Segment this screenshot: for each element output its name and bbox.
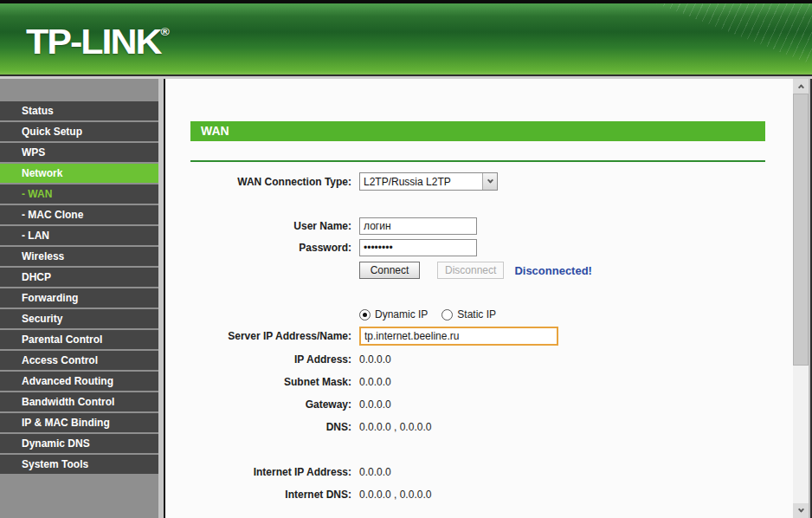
- user-name-label: User Name:: [190, 220, 359, 232]
- static-ip-radio[interactable]: [441, 309, 453, 321]
- gateway-value: 0.0.0.0: [359, 398, 391, 411]
- sidebar-item-system-tools[interactable]: System Tools: [0, 455, 158, 474]
- subnet-mask-label: Subnet Mask:: [190, 376, 359, 388]
- header: TP-LINK®: [0, 3, 812, 74]
- subnet-mask-value: 0.0.0.0: [359, 376, 391, 388]
- main-content: WAN WAN Connection Type: L2TP/Russia L2T…: [165, 79, 793, 518]
- dns-value: 0.0.0.0 , 0.0.0.0: [359, 421, 431, 433]
- sidebar-menu: Status Quick Setup WPS Network - WAN - M…: [0, 79, 158, 518]
- internet-dns-value: 0.0.0.0 , 0.0.0.0: [359, 489, 431, 501]
- ip-address-value: 0.0.0.0: [359, 353, 391, 366]
- user-name-input[interactable]: [359, 217, 477, 235]
- sidebar-item-parental-control[interactable]: Parental Control: [0, 330, 158, 349]
- sidebar-item-advanced-routing[interactable]: Advanced Routing: [0, 372, 158, 391]
- sidebar-item-lan[interactable]: - LAN: [0, 226, 158, 245]
- static-ip-label: Static IP: [457, 308, 496, 321]
- chevron-down-icon[interactable]: [482, 173, 497, 190]
- dynamic-ip-label: Dynamic IP: [375, 308, 428, 321]
- window-right-border: [809, 79, 812, 518]
- header-diagonal-lines-decoration: [596, 3, 812, 73]
- sidebar-item-wan[interactable]: - WAN: [0, 185, 158, 204]
- sidebar-item-forwarding[interactable]: Forwarding: [0, 288, 158, 308]
- sidebar-item-mac-clone[interactable]: - MAC Clone: [0, 205, 158, 224]
- sidebar-item-wps[interactable]: WPS: [0, 143, 158, 162]
- disconnect-button: Disconnect: [437, 262, 504, 279]
- page-title: WAN: [190, 121, 765, 141]
- scrollbar-track[interactable]: [793, 366, 809, 503]
- password-label: Password:: [190, 242, 359, 254]
- scrollbar-thumb[interactable]: [793, 94, 809, 366]
- sidebar-item-ip-mac-binding[interactable]: IP & MAC Binding: [0, 413, 158, 432]
- ip-address-label: IP Address:: [190, 353, 359, 366]
- static-ip-option[interactable]: Static IP: [441, 308, 496, 321]
- dynamic-ip-radio[interactable]: [359, 309, 371, 321]
- sidebar-item-dynamic-dns[interactable]: Dynamic DNS: [0, 434, 158, 453]
- server-ip-label: Server IP Address/Name:: [190, 330, 359, 342]
- server-ip-input[interactable]: [359, 327, 558, 346]
- internet-ip-address-value: 0.0.0.0: [359, 466, 391, 478]
- selected-connection-type: L2TP/Russia L2TP: [360, 176, 482, 188]
- registered-trademark-symbol: ®: [161, 25, 170, 38]
- password-input[interactable]: [359, 239, 477, 256]
- wan-connection-type-select[interactable]: L2TP/Russia L2TP: [359, 172, 498, 191]
- gateway-label: Gateway:: [190, 398, 359, 411]
- wan-connection-type-label: WAN Connection Type:: [190, 176, 359, 188]
- connect-button[interactable]: Connect: [359, 262, 420, 279]
- sidebar-item-wireless[interactable]: Wireless: [0, 247, 158, 266]
- dynamic-ip-option[interactable]: Dynamic IP: [359, 308, 428, 321]
- connection-status-text: Disconnected!: [514, 264, 592, 277]
- dns-label: DNS:: [190, 421, 359, 433]
- chevron-down-icon[interactable]: [793, 503, 809, 518]
- section-separator: [190, 160, 765, 162]
- sidebar-item-dhcp[interactable]: DHCP: [0, 268, 158, 287]
- internet-ip-address-label: Internet IP Address:: [190, 466, 359, 478]
- sidebar-item-bandwidth-control[interactable]: Bandwidth Control: [0, 392, 158, 411]
- wan-settings-form: WAN Connection Type: L2TP/Russia L2TP Us…: [190, 172, 793, 501]
- sidebar-item-quick-setup[interactable]: Quick Setup: [0, 122, 158, 141]
- sidebar-item-status[interactable]: Status: [0, 101, 158, 120]
- internet-dns-label: Internet DNS:: [190, 489, 359, 501]
- chevron-up-icon[interactable]: [793, 79, 809, 94]
- tp-link-logo: TP-LINK®: [26, 22, 170, 62]
- sidebar-item-access-control[interactable]: Access Control: [0, 351, 158, 370]
- logo-text: TP-LINK: [26, 22, 161, 62]
- router-admin-page: TP-LINK® Status Quick Setup WPS Network …: [0, 0, 812, 518]
- vertical-scrollbar[interactable]: [793, 79, 809, 518]
- sidebar-item-network[interactable]: Network: [0, 164, 158, 183]
- sidebar-item-security[interactable]: Security: [0, 309, 158, 328]
- ip-mode-radio-group: Dynamic IP Static IP: [359, 308, 510, 321]
